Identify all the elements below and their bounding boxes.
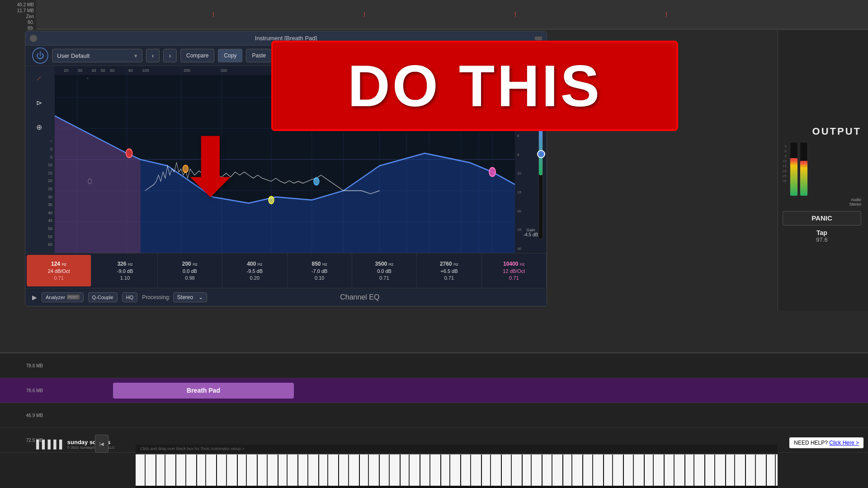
band-7[interactable]: 2760 Hz +6.5 dB 0.71	[417, 253, 481, 288]
tonic-label: Click and drag over black box for Tonic …	[140, 446, 244, 451]
output-label: OUTPUT	[783, 126, 861, 137]
copy-button[interactable]: Copy	[218, 49, 242, 62]
piano-keys-container	[136, 454, 778, 488]
daw-bottom: 78.6 MB 78.6 MB Breath Pad 46.9 MB 72.5 …	[0, 352, 868, 488]
tonic-bar: Click and drag over black box for Tonic …	[136, 445, 778, 453]
bottom-controls: ▶ Analyzer POST Q-Couple HQ Processing: …	[25, 288, 547, 306]
logo-waveform-icon: ▌▌▌▌▌	[36, 440, 65, 449]
svg-point-21	[269, 196, 274, 204]
band-4[interactable]: 400 Hz -9.5 dB 0.20	[222, 253, 287, 288]
preset-name: User Default	[57, 52, 90, 59]
compare-button[interactable]: Compare	[180, 49, 214, 62]
mem-label-2: 11.7 MB	[0, 8, 36, 13]
svg-point-22	[314, 178, 319, 185]
transport-button[interactable]: |◀	[95, 435, 108, 453]
need-help-button[interactable]: NEED HELP? Click Here >	[789, 437, 863, 448]
svg-point-18	[126, 149, 132, 158]
band-2[interactable]: 326 Hz -9.0 dB 1.10	[93, 253, 157, 288]
band-3[interactable]: 200 Hz 0.0 dB 0.98	[158, 253, 222, 288]
band2-icon: ⊳	[36, 99, 42, 107]
minimize-button[interactable]	[535, 37, 542, 40]
meter-right-fill	[800, 161, 807, 196]
gain-slider-handle[interactable]	[537, 150, 545, 158]
meter-left	[790, 142, 798, 196]
band1-icon: ⟋	[35, 75, 42, 83]
meter-scale: 5051015202530	[783, 142, 788, 183]
do-this-overlay: DO THIS	[271, 41, 678, 131]
svg-point-23	[489, 168, 495, 176]
band-8[interactable]: 10400 Hz 12 dB/Oct 0.71	[482, 253, 547, 288]
track-row-3: 46.9 MB	[0, 403, 868, 428]
play-button[interactable]: ▶	[32, 294, 37, 301]
piano-key-pattern	[136, 454, 778, 486]
back-button[interactable]: ‹	[146, 49, 160, 62]
output-panel: OUTPUT 5051015202530 Audio Stereo PANIC …	[778, 31, 868, 311]
preset-dropdown[interactable]: User Default ▾	[52, 49, 142, 62]
tap-button[interactable]: Tap 97.6	[783, 229, 861, 243]
power-button[interactable]: ⏻	[32, 47, 48, 64]
processing-control: Processing: Stereo ⌄	[142, 292, 207, 302]
do-this-text: DO THIS	[348, 52, 602, 120]
need-help-text: NEED HELP?	[794, 440, 828, 446]
paste-button[interactable]: Paste	[246, 49, 272, 62]
processing-dropdown[interactable]: Stereo ⌄	[173, 292, 207, 302]
meter-left-fill	[790, 158, 797, 196]
hq-button[interactable]: HQ	[122, 292, 138, 302]
breath-pad-track-label: Breath Pad	[113, 383, 294, 399]
red-arrow: ⬇	[176, 127, 245, 208]
output-section: OUTPUT 5051015202530 Audio Stereo PANIC …	[783, 126, 863, 243]
daw-ruler: ! ! ! !	[36, 0, 868, 29]
meter-section: 5051015202530	[783, 142, 861, 196]
eq-name: Channel EQ	[340, 293, 379, 301]
meter-right	[800, 142, 808, 196]
band-6[interactable]: 3500 Hz 0.0 dB 0.71	[352, 253, 417, 288]
band-5[interactable]: 850 Hz -7.0 dB 0.10	[288, 253, 352, 288]
click-here-link[interactable]: Click Here >	[829, 440, 859, 446]
mem-label-1: 40.2 MB	[0, 2, 36, 7]
forward-button[interactable]: ›	[163, 49, 177, 62]
track-rows: 78.6 MB 78.6 MB Breath Pad 46.9 MB 72.5 …	[0, 353, 868, 453]
bands-row: 124 Hz 24 dB/Oct 0.71 326 Hz -9.0 dB 1.1…	[25, 253, 547, 288]
mem-label-3: Zen	[0, 14, 36, 19]
bottom-left-controls: ▶ Analyzer POST Q-Couple HQ Processing: …	[32, 292, 207, 302]
track-row-1: 78.6 MB	[0, 353, 868, 378]
panic-button[interactable]: PANIC	[783, 211, 861, 225]
close-button[interactable]	[30, 35, 37, 42]
band3-icon: ⊕	[36, 123, 42, 131]
track-breath-pad: 78.6 MB Breath Pad	[0, 378, 868, 403]
gain-display: Gain -4.5 dB	[524, 228, 538, 237]
piano-keyboard: // We'll render simple piano key blocks	[136, 454, 778, 488]
eq-db-labels: ⟋ ⊳ ⊕ + 0 5 10 15 20 25 30 35 40 45 50 5…	[25, 66, 55, 253]
transport-controls: |◀	[95, 435, 108, 453]
mem-label-4: 80.	[0, 20, 36, 25]
qcouple-button[interactable]: Q-Couple	[88, 292, 118, 302]
mem-label-5: 89.	[0, 26, 36, 31]
audio-stereo-labels: Audio Stereo	[783, 197, 861, 206]
analyzer-button[interactable]: Analyzer POST	[42, 292, 84, 302]
band-1[interactable]: 124 Hz 24 dB/Oct 0.71	[27, 255, 91, 286]
